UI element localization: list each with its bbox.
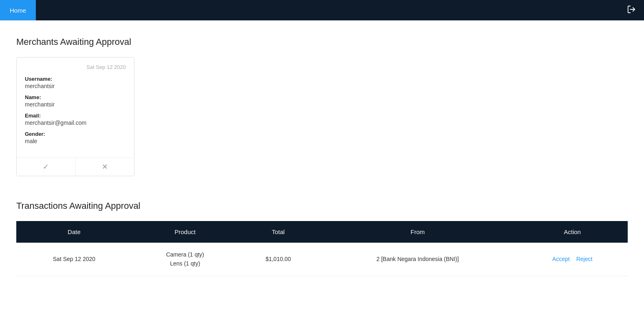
transactions-table: Date Product Total From Action Sat Sep 1… bbox=[16, 221, 628, 276]
merchant-card-body: Sat Sep 12 2020 Username: merchantsir Na… bbox=[17, 58, 134, 157]
main-content: Merchants Awaiting Approval Sat Sep 12 2… bbox=[0, 20, 644, 312]
merchant-card-actions: ✓ ✕ bbox=[17, 157, 134, 176]
merchant-name-value: merchantsir bbox=[25, 101, 126, 108]
table-header-row: Date Product Total From Action bbox=[16, 221, 628, 243]
merchant-username-field: Username: merchantsir bbox=[25, 76, 126, 89]
cell-from: 2 [Bank Negara Indonesia (BNI)] bbox=[318, 243, 517, 276]
merchant-email-field: Email: merchantsir@gmail.com bbox=[25, 113, 126, 126]
merchant-email-label: Email: bbox=[25, 113, 126, 119]
merchant-name-label: Name: bbox=[25, 94, 126, 100]
reject-button[interactable]: Reject bbox=[576, 256, 593, 262]
merchant-gender-label: Gender: bbox=[25, 131, 126, 137]
col-product: Product bbox=[132, 221, 238, 243]
merchant-gender-field: Gender: male bbox=[25, 131, 126, 144]
merchant-username-value: merchantsir bbox=[25, 83, 126, 89]
logout-icon[interactable] bbox=[627, 5, 636, 16]
table-row: Sat Sep 12 2020 Camera (1 qty)Lens (1 qt… bbox=[16, 243, 628, 276]
col-from: From bbox=[318, 221, 517, 243]
cell-product: Camera (1 qty)Lens (1 qty) bbox=[132, 243, 238, 276]
merchant-reject-button[interactable]: ✕ bbox=[76, 158, 134, 176]
navbar: Home bbox=[0, 0, 644, 20]
col-date: Date bbox=[16, 221, 132, 243]
transactions-section-title: Transactions Awaiting Approval bbox=[16, 201, 628, 211]
merchants-section-title: Merchants Awaiting Approval bbox=[16, 37, 628, 47]
merchant-card: Sat Sep 12 2020 Username: merchantsir Na… bbox=[16, 57, 134, 176]
transactions-section: Transactions Awaiting Approval Date Prod… bbox=[16, 201, 628, 276]
merchant-email-value: merchantsir@gmail.com bbox=[25, 119, 126, 126]
cell-date: Sat Sep 12 2020 bbox=[16, 243, 132, 276]
home-button[interactable]: Home bbox=[0, 0, 36, 20]
merchant-date: Sat Sep 12 2020 bbox=[25, 64, 126, 70]
merchant-username-label: Username: bbox=[25, 76, 126, 82]
col-action: Action bbox=[517, 221, 628, 243]
merchant-gender-value: male bbox=[25, 138, 126, 144]
accept-button[interactable]: Accept bbox=[552, 256, 570, 262]
merchant-name-field: Name: merchantsir bbox=[25, 94, 126, 108]
cell-total: $1,010.00 bbox=[238, 243, 318, 276]
col-total: Total bbox=[238, 221, 318, 243]
cell-action: Accept Reject bbox=[517, 243, 628, 276]
merchant-approve-button[interactable]: ✓ bbox=[17, 158, 76, 176]
